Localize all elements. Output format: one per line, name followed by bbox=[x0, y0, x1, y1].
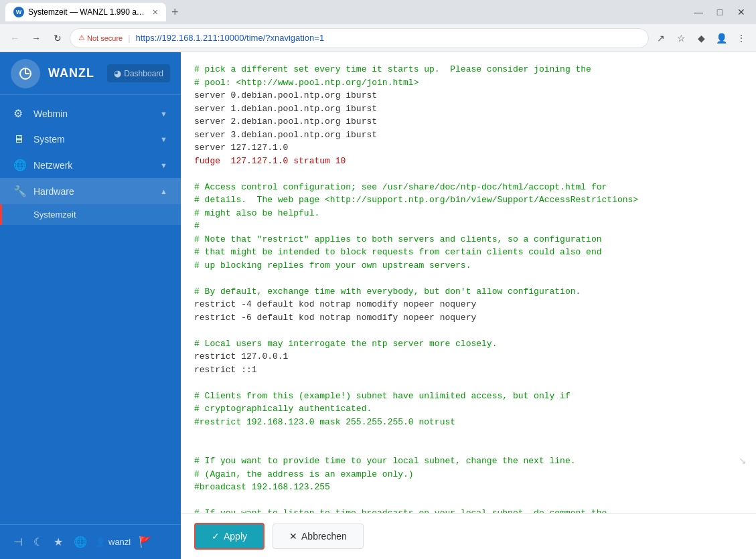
action-bar: ✓ Apply ✕ Abbrechen bbox=[181, 513, 756, 559]
main-content: 🔔 # pick a different set every time it s… bbox=[181, 52, 756, 559]
code-line-20: restrict -6 default kod notrap nomodify … bbox=[194, 313, 476, 323]
code-line-10: # Access control configuration; see /usr… bbox=[194, 182, 607, 192]
close-window-button[interactable]: ✕ bbox=[732, 3, 751, 21]
sidebar-item-webmin-label: Webmin bbox=[33, 108, 68, 119]
code-line-32: # (Again, the address is an example only… bbox=[194, 469, 414, 479]
cancel-label: Abbrechen bbox=[301, 531, 347, 542]
sidebar-nav: ⚙ Webmin ▼ 🖥 System ▼ 🌐 Netzwerk ▼ 🔧 Har… bbox=[0, 95, 181, 524]
reload-button[interactable]: ↻ bbox=[48, 29, 67, 48]
tab-title: Systemzeit — WANZL 1.990 auf … bbox=[28, 7, 149, 17]
code-line-31: # If you want to provide time to your lo… bbox=[194, 456, 576, 466]
dashboard-label: Dashboard bbox=[124, 69, 163, 78]
sidebar-header: WANZL ◕ Dashboard bbox=[0, 52, 181, 95]
sidebar-item-system[interactable]: 🖥 System ▼ bbox=[0, 127, 181, 152]
sidebar-item-systemzeit[interactable]: Systemzeit bbox=[0, 204, 181, 225]
sidebar-item-webmin[interactable]: ⚙ Webmin ▼ bbox=[0, 100, 181, 127]
apply-button[interactable]: ✓ Apply bbox=[194, 523, 264, 550]
code-line-13: # bbox=[194, 221, 200, 231]
collapse-icon[interactable]: ⊣ bbox=[11, 533, 25, 551]
night-mode-icon[interactable]: ☾ bbox=[31, 533, 46, 551]
extensions-button[interactable]: ◆ bbox=[692, 29, 710, 48]
browser-tab[interactable]: W Systemzeit — WANZL 1.990 auf … × bbox=[5, 3, 166, 21]
tab-close-button[interactable]: × bbox=[153, 7, 158, 17]
code-line-22: # Local users may interrogate the ntp se… bbox=[194, 339, 497, 349]
code-line-28: #restrict 192.168.123.0 mask 255.255.255… bbox=[194, 417, 455, 427]
browser-toolbar: ← → ↻ Not secure | https://192.168.1.211… bbox=[0, 24, 756, 52]
menu-button[interactable]: ⋮ bbox=[732, 29, 751, 48]
share-button[interactable]: ↗ bbox=[652, 29, 670, 48]
hardware-icon: 🔧 bbox=[13, 185, 27, 197]
code-line-15: # that might be intended to block reques… bbox=[194, 247, 602, 257]
code-line-3: server 0.debian.pool.ntp.org iburst bbox=[194, 90, 377, 100]
content-area[interactable]: # pick a different set every time it sta… bbox=[181, 52, 756, 513]
tab-favicon: W bbox=[13, 7, 24, 17]
profile-button[interactable]: 👤 bbox=[712, 29, 731, 48]
sidebar-brand: WANZL bbox=[48, 66, 94, 80]
netzwerk-icon: 🌐 bbox=[13, 159, 27, 171]
sidebar-item-hardware[interactable]: 🔧 Hardware ▲ bbox=[0, 178, 181, 204]
sidebar-item-systemzeit-label: Systemzeit bbox=[33, 210, 76, 220]
bookmark-button[interactable]: ☆ bbox=[672, 29, 690, 48]
dashboard-tab[interactable]: ◕ Dashboard bbox=[107, 64, 170, 82]
security-warning: Not secure bbox=[78, 33, 123, 42]
new-tab-button[interactable]: + bbox=[169, 3, 181, 22]
minimize-button[interactable]: — bbox=[689, 3, 708, 21]
app-layout: WANZL ◕ Dashboard ⚙ Webmin ▼ 🖥 System ▼ bbox=[0, 52, 756, 559]
code-line-19: restrict -4 default kod notrap nomodify … bbox=[194, 299, 476, 309]
hardware-arrow-icon: ▲ bbox=[160, 187, 167, 195]
code-editor[interactable]: # pick a different set every time it sta… bbox=[181, 52, 756, 513]
toolbar-actions: ↗ ☆ ◆ 👤 ⋮ bbox=[652, 29, 751, 48]
code-line-18: # By default, exchange time with everybo… bbox=[194, 287, 581, 297]
maximize-button[interactable]: □ bbox=[710, 3, 729, 21]
flag-icon: 🚩 bbox=[139, 536, 152, 548]
language-icon[interactable]: 🌐 bbox=[71, 533, 90, 551]
resize-handle[interactable]: ↘ bbox=[739, 455, 747, 466]
code-line-8: fudge 127.127.1.0 stratum 10 bbox=[194, 156, 346, 166]
code-line-27: # cryptographically authenticated. bbox=[194, 404, 372, 414]
url-separator: | bbox=[128, 33, 130, 43]
user-icon: 👤 bbox=[95, 537, 106, 547]
system-arrow-icon: ▼ bbox=[160, 135, 167, 143]
cancel-button[interactable]: ✕ Abbrechen bbox=[273, 524, 364, 549]
code-line-33: #broadcast 192.168.123.255 bbox=[194, 482, 330, 492]
code-line-14: # Note that "restrict" applies to both s… bbox=[194, 234, 602, 244]
url-text: https://192.168.1.211:10000/time/?xnavig… bbox=[136, 33, 325, 43]
sidebar-logo bbox=[11, 59, 40, 88]
cancel-icon: ✕ bbox=[289, 531, 297, 542]
sidebar: WANZL ◕ Dashboard ⚙ Webmin ▼ 🖥 System ▼ bbox=[0, 52, 181, 559]
code-line-5: server 2.debian.pool.ntp.org iburst bbox=[194, 116, 377, 127]
code-line-6: server 3.debian.pool.ntp.org iburst bbox=[194, 130, 377, 140]
system-icon: 🖥 bbox=[13, 133, 27, 145]
code-line-12: # might also be helpful. bbox=[194, 208, 319, 218]
sidebar-item-netzwerk-label: Netzwerk bbox=[33, 160, 72, 171]
user-indicator: 👤 wanzl bbox=[95, 537, 131, 547]
code-line-16: # up blocking replies from your own upst… bbox=[194, 260, 471, 270]
code-line-7: server 127.127.1.0 bbox=[194, 143, 288, 153]
forward-button[interactable]: → bbox=[27, 29, 46, 48]
webmin-arrow-icon: ▼ bbox=[160, 110, 167, 118]
netzwerk-arrow-icon: ▼ bbox=[160, 161, 167, 169]
sidebar-item-system-label: System bbox=[33, 134, 65, 145]
sidebar-item-hardware-label: Hardware bbox=[33, 186, 74, 197]
code-line-35: # If you want to listen to time broadcas… bbox=[194, 508, 607, 513]
security-label: Not secure bbox=[87, 34, 123, 42]
browser-titlebar: W Systemzeit — WANZL 1.990 auf … × + — □… bbox=[0, 0, 756, 24]
webmin-icon: ⚙ bbox=[13, 107, 27, 120]
code-line-1: # pick a different set every time it sta… bbox=[194, 64, 591, 74]
code-line-23: restrict 127.0.0.1 bbox=[194, 351, 288, 362]
sidebar-bottom: ⊣ ☾ ★ 🌐 👤 wanzl 🚩 bbox=[0, 524, 181, 559]
sidebar-item-netzwerk[interactable]: 🌐 Netzwerk ▼ bbox=[0, 152, 181, 178]
code-line-26: # Clients from this (example!) subnet ha… bbox=[194, 391, 571, 401]
address-bar[interactable]: Not secure | https://192.168.1.211:10000… bbox=[70, 28, 649, 48]
favorites-icon[interactable]: ★ bbox=[51, 533, 66, 551]
username-label: wanzl bbox=[108, 537, 131, 547]
code-line-11: # details. The web page <http://support.… bbox=[194, 195, 638, 205]
code-line-24: restrict ::1 bbox=[194, 365, 257, 375]
code-line-4: server 1.debian.pool.ntp.org iburst bbox=[194, 104, 377, 114]
back-button[interactable]: ← bbox=[5, 29, 24, 48]
apply-icon: ✓ bbox=[212, 531, 220, 542]
code-line-2: # pool: <http://www.pool.ntp.org/join.ht… bbox=[194, 78, 419, 88]
apply-label: Apply bbox=[224, 531, 247, 542]
